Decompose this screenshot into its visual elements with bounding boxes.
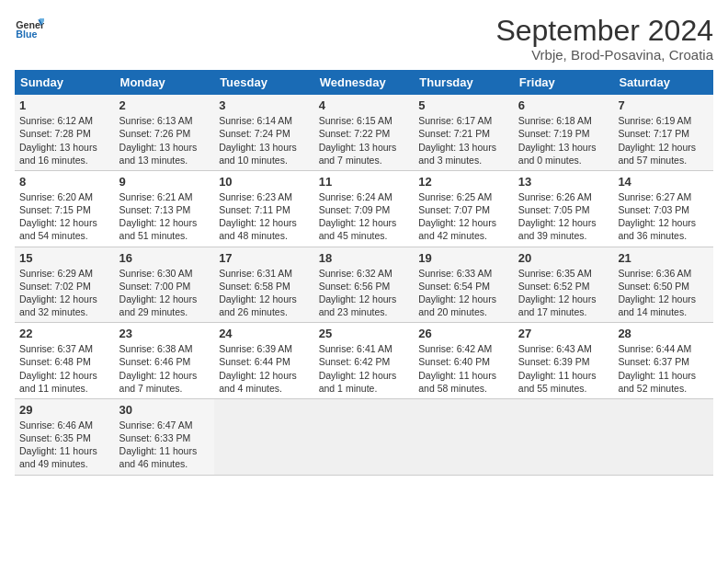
header-sunday: Sunday bbox=[15, 70, 115, 95]
day-number: 27 bbox=[518, 327, 609, 340]
calendar-cell: 26 Sunrise: 6:42 AMSunset: 6:40 PMDaylig… bbox=[414, 323, 514, 399]
calendar-week-1: 1 Sunrise: 6:12 AMSunset: 7:28 PMDayligh… bbox=[15, 95, 713, 170]
calendar-cell: 19 Sunrise: 6:33 AMSunset: 6:54 PMDaylig… bbox=[414, 247, 514, 323]
day-number: 13 bbox=[518, 175, 609, 189]
day-number: 23 bbox=[119, 327, 210, 340]
header-saturday: Saturday bbox=[613, 70, 713, 95]
day-detail: Sunrise: 6:24 AMSunset: 7:09 PMDaylight:… bbox=[319, 190, 410, 243]
day-detail: Sunrise: 6:27 AMSunset: 7:03 PMDaylight:… bbox=[618, 190, 709, 243]
calendar-cell: 25 Sunrise: 6:41 AMSunset: 6:42 PMDaylig… bbox=[314, 323, 415, 399]
day-number: 18 bbox=[319, 251, 410, 265]
day-detail: Sunrise: 6:23 AMSunset: 7:11 PMDaylight:… bbox=[219, 190, 310, 243]
header-tuesday: Tuesday bbox=[214, 70, 314, 95]
day-detail: Sunrise: 6:15 AMSunset: 7:22 PMDaylight:… bbox=[319, 114, 410, 167]
calendar-cell: 13 Sunrise: 6:26 AMSunset: 7:05 PMDaylig… bbox=[514, 170, 614, 247]
day-number: 29 bbox=[19, 403, 110, 417]
day-number: 1 bbox=[19, 98, 110, 112]
calendar-cell: 9 Sunrise: 6:21 AMSunset: 7:13 PMDayligh… bbox=[115, 170, 215, 247]
header-thursday: Thursday bbox=[414, 70, 514, 95]
day-number: 8 bbox=[19, 175, 110, 189]
svg-text:Blue: Blue bbox=[16, 29, 37, 40]
calendar-cell bbox=[314, 398, 415, 475]
day-detail: Sunrise: 6:46 AMSunset: 6:35 PMDaylight:… bbox=[19, 419, 110, 471]
day-detail: Sunrise: 6:21 AMSunset: 7:13 PMDaylight:… bbox=[119, 190, 210, 243]
day-detail: Sunrise: 6:20 AMSunset: 7:15 PMDaylight:… bbox=[19, 190, 110, 243]
day-detail: Sunrise: 6:13 AMSunset: 7:26 PMDaylight:… bbox=[119, 114, 210, 167]
day-detail: Sunrise: 6:12 AMSunset: 7:28 PMDaylight:… bbox=[19, 114, 110, 167]
day-detail: Sunrise: 6:18 AMSunset: 7:19 PMDaylight:… bbox=[518, 114, 609, 167]
calendar-cell: 23 Sunrise: 6:38 AMSunset: 6:46 PMDaylig… bbox=[115, 323, 215, 399]
day-number: 19 bbox=[418, 251, 509, 265]
day-number: 28 bbox=[618, 327, 709, 340]
calendar-week-3: 15 Sunrise: 6:29 AMSunset: 7:02 PMDaylig… bbox=[15, 247, 713, 323]
calendar-cell: 12 Sunrise: 6:25 AMSunset: 7:07 PMDaylig… bbox=[414, 170, 514, 247]
day-number: 16 bbox=[119, 251, 210, 265]
calendar-table: SundayMondayTuesdayWednesdayThursdayFrid… bbox=[15, 70, 713, 475]
day-detail: Sunrise: 6:14 AMSunset: 7:24 PMDaylight:… bbox=[219, 114, 310, 167]
day-number: 14 bbox=[618, 175, 709, 189]
day-detail: Sunrise: 6:42 AMSunset: 6:40 PMDaylight:… bbox=[418, 342, 509, 395]
calendar-cell: 30 Sunrise: 6:47 AMSunset: 6:33 PMDaylig… bbox=[115, 398, 215, 475]
day-number: 20 bbox=[518, 251, 609, 265]
day-number: 7 bbox=[618, 98, 709, 112]
logo-icon: General Blue bbox=[15, 15, 44, 44]
calendar-cell: 17 Sunrise: 6:31 AMSunset: 6:58 PMDaylig… bbox=[214, 247, 314, 323]
calendar-cell: 20 Sunrise: 6:35 AMSunset: 6:52 PMDaylig… bbox=[514, 247, 614, 323]
calendar-cell: 29 Sunrise: 6:46 AMSunset: 6:35 PMDaylig… bbox=[15, 398, 115, 475]
day-detail: Sunrise: 6:25 AMSunset: 7:07 PMDaylight:… bbox=[418, 190, 509, 243]
page-header: General Blue September 2024 Vrbje, Brod-… bbox=[15, 15, 713, 63]
day-number: 11 bbox=[319, 175, 410, 189]
header-friday: Friday bbox=[514, 70, 614, 95]
calendar-cell: 2 Sunrise: 6:13 AMSunset: 7:26 PMDayligh… bbox=[115, 95, 215, 170]
day-number: 9 bbox=[119, 175, 210, 189]
logo: General Blue bbox=[15, 15, 44, 44]
title-block: September 2024 Vrbje, Brod-Posavina, Cro… bbox=[495, 15, 713, 63]
day-number: 3 bbox=[219, 98, 310, 112]
day-detail: Sunrise: 6:35 AMSunset: 6:52 PMDaylight:… bbox=[518, 267, 609, 319]
calendar-week-4: 22 Sunrise: 6:37 AMSunset: 6:48 PMDaylig… bbox=[15, 323, 713, 399]
calendar-cell: 8 Sunrise: 6:20 AMSunset: 7:15 PMDayligh… bbox=[15, 170, 115, 247]
day-detail: Sunrise: 6:26 AMSunset: 7:05 PMDaylight:… bbox=[518, 190, 609, 243]
day-number: 21 bbox=[618, 251, 709, 265]
calendar-cell: 4 Sunrise: 6:15 AMSunset: 7:22 PMDayligh… bbox=[314, 95, 415, 170]
calendar-cell: 18 Sunrise: 6:32 AMSunset: 6:56 PMDaylig… bbox=[314, 247, 415, 323]
day-number: 12 bbox=[418, 175, 509, 189]
header-monday: Monday bbox=[115, 70, 215, 95]
calendar-cell bbox=[514, 398, 614, 475]
calendar-cell: 15 Sunrise: 6:29 AMSunset: 7:02 PMDaylig… bbox=[15, 247, 115, 323]
calendar-cell bbox=[613, 398, 713, 475]
calendar-cell: 28 Sunrise: 6:44 AMSunset: 6:37 PMDaylig… bbox=[613, 323, 713, 399]
day-number: 22 bbox=[19, 327, 110, 340]
day-detail: Sunrise: 6:39 AMSunset: 6:44 PMDaylight:… bbox=[219, 342, 310, 395]
page-title: September 2024 bbox=[495, 15, 713, 47]
day-number: 24 bbox=[219, 327, 310, 340]
day-detail: Sunrise: 6:37 AMSunset: 6:48 PMDaylight:… bbox=[19, 342, 110, 395]
calendar-cell: 6 Sunrise: 6:18 AMSunset: 7:19 PMDayligh… bbox=[514, 95, 614, 170]
day-number: 15 bbox=[19, 251, 110, 265]
day-detail: Sunrise: 6:36 AMSunset: 6:50 PMDaylight:… bbox=[618, 267, 709, 319]
calendar-cell: 10 Sunrise: 6:23 AMSunset: 7:11 PMDaylig… bbox=[214, 170, 314, 247]
calendar-week-2: 8 Sunrise: 6:20 AMSunset: 7:15 PMDayligh… bbox=[15, 170, 713, 247]
day-detail: Sunrise: 6:29 AMSunset: 7:02 PMDaylight:… bbox=[19, 267, 110, 319]
day-number: 4 bbox=[319, 98, 410, 112]
day-detail: Sunrise: 6:41 AMSunset: 6:42 PMDaylight:… bbox=[319, 342, 410, 395]
calendar-header: SundayMondayTuesdayWednesdayThursdayFrid… bbox=[15, 70, 713, 95]
day-number: 2 bbox=[119, 98, 210, 112]
day-detail: Sunrise: 6:47 AMSunset: 6:33 PMDaylight:… bbox=[119, 419, 210, 471]
day-number: 25 bbox=[319, 327, 410, 340]
page-subtitle: Vrbje, Brod-Posavina, Croatia bbox=[495, 47, 713, 63]
calendar-cell: 27 Sunrise: 6:43 AMSunset: 6:39 PMDaylig… bbox=[514, 323, 614, 399]
calendar-cell: 11 Sunrise: 6:24 AMSunset: 7:09 PMDaylig… bbox=[314, 170, 415, 247]
day-detail: Sunrise: 6:38 AMSunset: 6:46 PMDaylight:… bbox=[119, 342, 210, 395]
day-number: 17 bbox=[219, 251, 310, 265]
day-number: 5 bbox=[418, 98, 509, 112]
calendar-cell: 3 Sunrise: 6:14 AMSunset: 7:24 PMDayligh… bbox=[214, 95, 314, 170]
day-detail: Sunrise: 6:33 AMSunset: 6:54 PMDaylight:… bbox=[418, 267, 509, 319]
calendar-cell: 14 Sunrise: 6:27 AMSunset: 7:03 PMDaylig… bbox=[613, 170, 713, 247]
calendar-cell: 24 Sunrise: 6:39 AMSunset: 6:44 PMDaylig… bbox=[214, 323, 314, 399]
day-number: 30 bbox=[119, 403, 210, 417]
calendar-cell bbox=[414, 398, 514, 475]
calendar-cell: 1 Sunrise: 6:12 AMSunset: 7:28 PMDayligh… bbox=[15, 95, 115, 170]
calendar-week-5: 29 Sunrise: 6:46 AMSunset: 6:35 PMDaylig… bbox=[15, 398, 713, 475]
day-detail: Sunrise: 6:17 AMSunset: 7:21 PMDaylight:… bbox=[418, 114, 509, 167]
